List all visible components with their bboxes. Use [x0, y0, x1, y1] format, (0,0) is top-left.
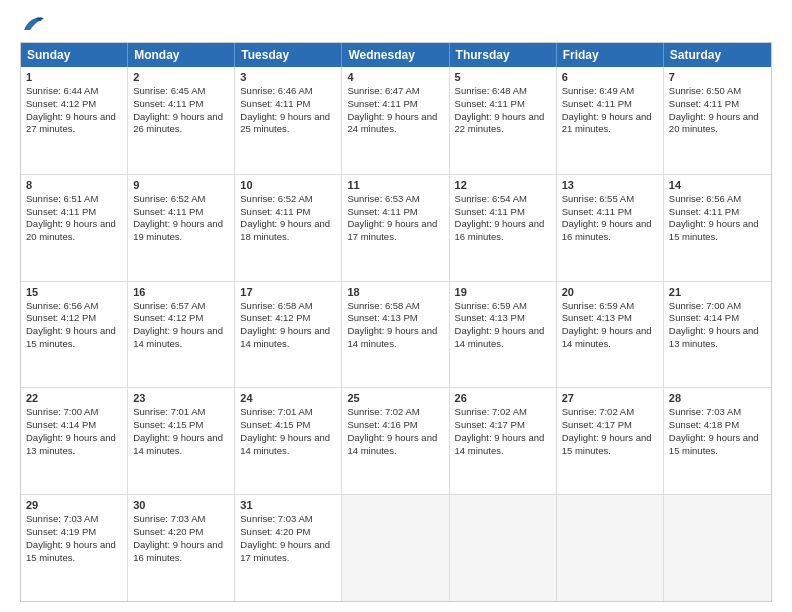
sunrise-text: Sunrise: 6:46 AM [240, 85, 336, 98]
empty-cell [664, 495, 771, 601]
day-cell-1: 1Sunrise: 6:44 AMSunset: 4:12 PMDaylight… [21, 67, 128, 174]
sunrise-text: Sunrise: 6:47 AM [347, 85, 443, 98]
daylight-text: Daylight: 9 hours and 14 minutes. [240, 432, 336, 458]
sunrise-text: Sunrise: 7:03 AM [26, 513, 122, 526]
sunset-text: Sunset: 4:11 PM [133, 206, 229, 219]
empty-cell [450, 495, 557, 601]
day-cell-25: 25Sunrise: 7:02 AMSunset: 4:16 PMDayligh… [342, 388, 449, 494]
sunrise-text: Sunrise: 6:59 AM [562, 300, 658, 313]
sunrise-text: Sunrise: 6:57 AM [133, 300, 229, 313]
day-cell-20: 20Sunrise: 6:59 AMSunset: 4:13 PMDayligh… [557, 282, 664, 388]
sunset-text: Sunset: 4:11 PM [133, 98, 229, 111]
daylight-text: Daylight: 9 hours and 19 minutes. [133, 218, 229, 244]
day-number: 8 [26, 179, 122, 191]
day-cell-18: 18Sunrise: 6:58 AMSunset: 4:13 PMDayligh… [342, 282, 449, 388]
sunrise-text: Sunrise: 6:59 AM [455, 300, 551, 313]
sunrise-text: Sunrise: 7:02 AM [455, 406, 551, 419]
sunset-text: Sunset: 4:20 PM [240, 526, 336, 539]
day-number: 20 [562, 286, 658, 298]
calendar-header: SundayMondayTuesdayWednesdayThursdayFrid… [21, 43, 771, 67]
day-cell-15: 15Sunrise: 6:56 AMSunset: 4:12 PMDayligh… [21, 282, 128, 388]
sunset-text: Sunset: 4:11 PM [562, 206, 658, 219]
logo-bird-icon [22, 16, 44, 34]
day-number: 14 [669, 179, 766, 191]
weekday-header-friday: Friday [557, 43, 664, 67]
day-cell-16: 16Sunrise: 6:57 AMSunset: 4:12 PMDayligh… [128, 282, 235, 388]
day-number: 18 [347, 286, 443, 298]
day-cell-24: 24Sunrise: 7:01 AMSunset: 4:15 PMDayligh… [235, 388, 342, 494]
sunset-text: Sunset: 4:14 PM [26, 419, 122, 432]
daylight-text: Daylight: 9 hours and 14 minutes. [347, 325, 443, 351]
sunrise-text: Sunrise: 6:52 AM [133, 193, 229, 206]
day-cell-19: 19Sunrise: 6:59 AMSunset: 4:13 PMDayligh… [450, 282, 557, 388]
daylight-text: Daylight: 9 hours and 20 minutes. [26, 218, 122, 244]
sunrise-text: Sunrise: 7:03 AM [133, 513, 229, 526]
sunset-text: Sunset: 4:15 PM [240, 419, 336, 432]
weekday-header-wednesday: Wednesday [342, 43, 449, 67]
weekday-header-monday: Monday [128, 43, 235, 67]
daylight-text: Daylight: 9 hours and 14 minutes. [347, 432, 443, 458]
sunrise-text: Sunrise: 6:50 AM [669, 85, 766, 98]
weekday-header-tuesday: Tuesday [235, 43, 342, 67]
sunrise-text: Sunrise: 7:01 AM [240, 406, 336, 419]
daylight-text: Daylight: 9 hours and 24 minutes. [347, 111, 443, 137]
day-cell-22: 22Sunrise: 7:00 AMSunset: 4:14 PMDayligh… [21, 388, 128, 494]
day-cell-17: 17Sunrise: 6:58 AMSunset: 4:12 PMDayligh… [235, 282, 342, 388]
day-cell-5: 5Sunrise: 6:48 AMSunset: 4:11 PMDaylight… [450, 67, 557, 174]
day-number: 28 [669, 392, 766, 404]
sunrise-text: Sunrise: 6:49 AM [562, 85, 658, 98]
sunrise-text: Sunrise: 6:58 AM [347, 300, 443, 313]
sunset-text: Sunset: 4:11 PM [347, 98, 443, 111]
day-cell-21: 21Sunrise: 7:00 AMSunset: 4:14 PMDayligh… [664, 282, 771, 388]
day-number: 6 [562, 71, 658, 83]
daylight-text: Daylight: 9 hours and 27 minutes. [26, 111, 122, 137]
day-cell-26: 26Sunrise: 7:02 AMSunset: 4:17 PMDayligh… [450, 388, 557, 494]
sunrise-text: Sunrise: 6:44 AM [26, 85, 122, 98]
daylight-text: Daylight: 9 hours and 21 minutes. [562, 111, 658, 137]
day-number: 17 [240, 286, 336, 298]
sunset-text: Sunset: 4:15 PM [133, 419, 229, 432]
daylight-text: Daylight: 9 hours and 13 minutes. [26, 432, 122, 458]
sunrise-text: Sunrise: 6:58 AM [240, 300, 336, 313]
sunset-text: Sunset: 4:11 PM [240, 98, 336, 111]
calendar-row-1: 8Sunrise: 6:51 AMSunset: 4:11 PMDaylight… [21, 174, 771, 281]
sunset-text: Sunset: 4:18 PM [669, 419, 766, 432]
sunrise-text: Sunrise: 7:02 AM [347, 406, 443, 419]
sunrise-text: Sunrise: 6:56 AM [669, 193, 766, 206]
day-cell-11: 11Sunrise: 6:53 AMSunset: 4:11 PMDayligh… [342, 175, 449, 281]
sunrise-text: Sunrise: 7:02 AM [562, 406, 658, 419]
day-cell-4: 4Sunrise: 6:47 AMSunset: 4:11 PMDaylight… [342, 67, 449, 174]
sunrise-text: Sunrise: 6:51 AM [26, 193, 122, 206]
day-cell-28: 28Sunrise: 7:03 AMSunset: 4:18 PMDayligh… [664, 388, 771, 494]
empty-cell [342, 495, 449, 601]
daylight-text: Daylight: 9 hours and 14 minutes. [133, 325, 229, 351]
sunset-text: Sunset: 4:11 PM [455, 206, 551, 219]
day-cell-8: 8Sunrise: 6:51 AMSunset: 4:11 PMDaylight… [21, 175, 128, 281]
sunset-text: Sunset: 4:17 PM [562, 419, 658, 432]
day-cell-23: 23Sunrise: 7:01 AMSunset: 4:15 PMDayligh… [128, 388, 235, 494]
day-number: 5 [455, 71, 551, 83]
daylight-text: Daylight: 9 hours and 15 minutes. [669, 218, 766, 244]
sunrise-text: Sunrise: 6:45 AM [133, 85, 229, 98]
day-number: 9 [133, 179, 229, 191]
daylight-text: Daylight: 9 hours and 14 minutes. [240, 325, 336, 351]
sunset-text: Sunset: 4:13 PM [562, 312, 658, 325]
daylight-text: Daylight: 9 hours and 17 minutes. [347, 218, 443, 244]
daylight-text: Daylight: 9 hours and 22 minutes. [455, 111, 551, 137]
day-cell-10: 10Sunrise: 6:52 AMSunset: 4:11 PMDayligh… [235, 175, 342, 281]
sunset-text: Sunset: 4:11 PM [455, 98, 551, 111]
sunset-text: Sunset: 4:19 PM [26, 526, 122, 539]
header [20, 16, 772, 34]
sunset-text: Sunset: 4:11 PM [240, 206, 336, 219]
day-number: 15 [26, 286, 122, 298]
day-number: 16 [133, 286, 229, 298]
day-cell-3: 3Sunrise: 6:46 AMSunset: 4:11 PMDaylight… [235, 67, 342, 174]
day-number: 1 [26, 71, 122, 83]
day-number: 7 [669, 71, 766, 83]
day-cell-7: 7Sunrise: 6:50 AMSunset: 4:11 PMDaylight… [664, 67, 771, 174]
daylight-text: Daylight: 9 hours and 15 minutes. [26, 325, 122, 351]
calendar-row-3: 22Sunrise: 7:00 AMSunset: 4:14 PMDayligh… [21, 387, 771, 494]
day-cell-14: 14Sunrise: 6:56 AMSunset: 4:11 PMDayligh… [664, 175, 771, 281]
daylight-text: Daylight: 9 hours and 14 minutes. [133, 432, 229, 458]
day-number: 21 [669, 286, 766, 298]
